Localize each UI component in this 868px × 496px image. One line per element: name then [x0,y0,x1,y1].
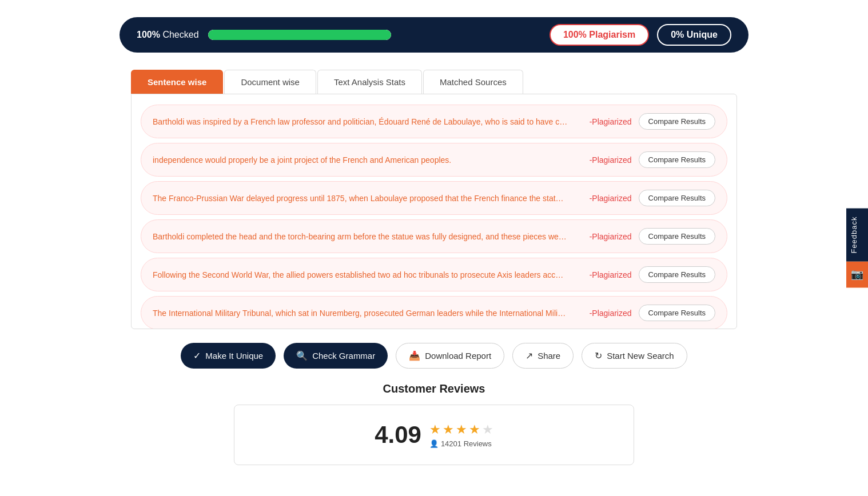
plagiarism-badge: 100% Plagiarism [550,24,649,46]
download-report-button[interactable]: 📥 Download Report [396,343,504,369]
result-badge: -Plagiarized [575,270,632,279]
compare-results-button[interactable]: Compare Results [639,266,715,283]
compare-results-button[interactable]: Compare Results [639,305,715,321]
download-icon: 📥 [409,350,420,361]
feedback-icon-button[interactable]: 📷 [846,262,868,288]
result-row: Bartholdi completed the head and the tor… [141,219,727,253]
compare-results-button[interactable]: Compare Results [639,190,715,206]
result-row: independence would properly be a joint p… [141,143,727,177]
unique-badge: 0% Unique [657,24,731,46]
star-2: ★ [443,422,454,437]
result-text: Following the Second World War, the alli… [153,270,568,279]
feedback-icon: 📷 [851,269,863,281]
review-count: 👤 14201 Reviews [429,439,492,448]
checked-section: 100% Checked [137,30,550,40]
result-text: The International Military Tribunal, whi… [153,309,568,318]
check-grammar-icon: 🔍 [296,350,308,361]
result-badge: -Plagiarized [575,194,632,203]
results-scroll[interactable]: Bartholdi was inspired by a French law p… [132,94,736,329]
make-unique-button[interactable]: ✓ Make It Unique [181,343,276,369]
reviews-title: Customer Reviews [234,382,634,395]
tab-document-wise[interactable]: Document wise [224,70,316,94]
tab-matched-sources[interactable]: Matched Sources [423,70,523,94]
result-row: Bartholdi was inspired by a French law p… [141,105,727,138]
share-button[interactable]: ↗ Share [512,343,574,369]
tab-sentence-wise[interactable]: Sentence wise [131,70,223,94]
result-text: Bartholdi completed the head and the tor… [153,232,568,241]
result-row: The Franco-Prussian War delayed progress… [141,181,727,215]
progress-fill [208,30,391,40]
share-label: Share [537,351,560,361]
result-row: The International Military Tribunal, whi… [141,296,727,329]
star-3: ★ [456,422,467,437]
compare-results-button[interactable]: Compare Results [639,113,715,130]
result-row: Following the Second World War, the alli… [141,258,727,291]
review-count-text: 14201 Reviews [441,439,492,448]
compare-results-button[interactable]: Compare Results [639,151,715,168]
result-badge: -Plagiarized [575,155,632,165]
start-new-search-button[interactable]: ↻ Start New Search [582,343,687,369]
download-report-label: Download Report [425,351,491,361]
start-new-search-label: Start New Search [607,351,674,361]
share-icon: ↗ [525,350,533,361]
reviews-section: Customer Reviews 4.09 ★ ★ ★ ★ ★ 👤 14201 … [234,382,634,465]
tabs-container: Sentence wise Document wise Text Analysi… [131,70,737,94]
results-panel: Bartholdi was inspired by a French law p… [131,94,737,329]
result-badge: -Plagiarized [575,117,632,126]
rating-number: 4.09 [375,421,421,449]
rating-row: 4.09 ★ ★ ★ ★ ★ 👤 14201 Reviews [252,421,616,449]
make-unique-label: Make It Unique [205,351,263,361]
result-text: The Franco-Prussian War delayed progress… [153,194,568,203]
tab-text-analysis-stats[interactable]: Text Analysis Stats [317,70,422,94]
result-text: independence would properly be a joint p… [153,155,568,165]
compare-results-button[interactable]: Compare Results [639,228,715,245]
star-5: ★ [482,422,493,437]
star-1: ★ [429,422,441,437]
user-icon: 👤 [429,439,439,448]
make-unique-icon: ✓ [193,350,201,361]
action-buttons: ✓ Make It Unique 🔍 Check Grammar 📥 Downl… [177,343,691,369]
feedback-tab: Feedback 📷 [846,208,868,287]
result-badge: -Plagiarized [575,232,632,241]
progress-bar [208,30,391,40]
result-text: Bartholdi was inspired by a French law p… [153,117,568,126]
top-bar: 100% Checked 100% Plagiarism 0% Unique [120,17,748,53]
stars: ★ ★ ★ ★ ★ [429,422,493,437]
stars-and-count: ★ ★ ★ ★ ★ 👤 14201 Reviews [429,422,493,448]
start-new-search-icon: ↻ [595,350,602,361]
check-grammar-button[interactable]: 🔍 Check Grammar [284,343,388,369]
checked-pct: 100% [137,30,160,39]
checked-text: Checked [162,30,198,39]
result-badge: -Plagiarized [575,309,632,318]
reviews-card: 4.09 ★ ★ ★ ★ ★ 👤 14201 Reviews [234,405,634,465]
feedback-button[interactable]: Feedback [846,208,868,261]
checked-label: 100% Checked [137,30,199,40]
star-4: ★ [469,422,480,437]
check-grammar-label: Check Grammar [312,351,375,361]
